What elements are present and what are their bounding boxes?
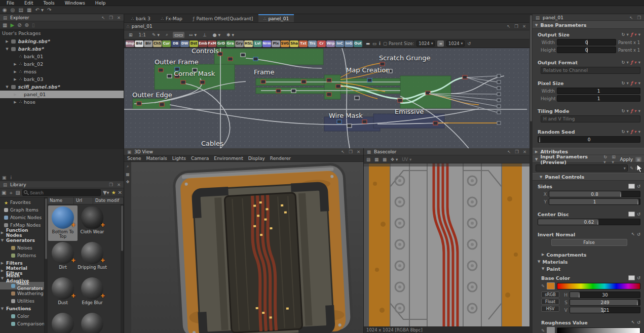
new-folder-icon[interactable]: ▣ bbox=[2, 189, 6, 196]
preview-param-combo[interactable]: ▾ bbox=[536, 164, 628, 172]
star-icon[interactable]: ★ bbox=[111, 189, 116, 196]
function-icon[interactable]: ƒ ▾ bbox=[631, 60, 636, 65]
column-header-url[interactable]: Url bbox=[74, 197, 93, 204]
node-chip-lvl[interactable]: Lvl bbox=[253, 40, 262, 47]
close-icon[interactable]: ✕ bbox=[116, 182, 122, 187]
tab-bark-3[interactable]: ∴bark 3 bbox=[126, 14, 156, 22]
float-icon[interactable]: ❐ bbox=[348, 149, 354, 154]
expand-arrow-icon[interactable]: ▼ bbox=[1, 276, 4, 280]
expand-arrow-icon[interactable]: ▶ bbox=[5, 39, 9, 44]
float-icon[interactable]: ❐ bbox=[514, 149, 520, 154]
tree-item-moss[interactable]: ▶∴moss bbox=[0, 68, 124, 75]
library-category-function-nodes[interactable]: ▶Function Nodes bbox=[0, 229, 44, 236]
tree-item-bark-01[interactable]: ∴bark_01 bbox=[0, 53, 124, 60]
tree-item-bark-03[interactable]: ▶∴bark_03 bbox=[0, 75, 124, 83]
expand-arrow-icon[interactable]: ▶ bbox=[13, 93, 17, 97]
filter-icon[interactable]: ▼▾ bbox=[103, 189, 109, 196]
info-pin-icon[interactable]: i bbox=[379, 41, 381, 46]
uv-toggle[interactable]: UV ▾ bbox=[402, 157, 411, 162]
node-chip-gra[interactable]: Gra bbox=[226, 40, 235, 47]
section-input-parameters[interactable]: ▼Input Parameters (Preview) ↻ ▾ ⊞ ▾ Appl… bbox=[533, 155, 644, 163]
section-base-parameters[interactable]: ▼Base Parameters bbox=[533, 21, 644, 29]
output-height-slider[interactable]: 0 bbox=[557, 47, 616, 53]
library-item-cloth-wear[interactable]: ✚Cloth Wear bbox=[78, 205, 107, 241]
tree-item-panel-01[interactable]: ▶∴panel_01 bbox=[0, 91, 124, 98]
node-chip-cur[interactable]: Cur bbox=[162, 40, 171, 47]
node-chip-hsl[interactable]: HSL bbox=[244, 40, 253, 47]
node-chip-blr[interactable]: Blr bbox=[144, 40, 153, 47]
hue-gradient-bar[interactable] bbox=[557, 283, 640, 289]
link-mode-icon[interactable]: ▭▭ bbox=[173, 32, 184, 38]
node-chip-svg[interactable]: SVG bbox=[281, 40, 289, 47]
parent-size-width[interactable]: 1024▾ bbox=[416, 40, 435, 47]
comment-icon[interactable]: ▬ bbox=[366, 41, 370, 46]
folder-button[interactable]: ▣ bbox=[635, 157, 641, 162]
tab-pattern-offset-quadrant-[interactable]: ƒPattern Offset[Quadrant] bbox=[188, 14, 258, 22]
pen-icon[interactable]: ✎ ▾ bbox=[150, 32, 161, 38]
expand-arrow-icon[interactable]: ▶ bbox=[13, 77, 17, 81]
library-category-functions[interactable]: ▼Functions bbox=[0, 305, 44, 312]
column-header-date-modif[interactable]: Date modif bbox=[93, 197, 124, 204]
favorite-plus-badge[interactable]: ✚ bbox=[71, 293, 75, 299]
node-chip-db[interactable]: DB bbox=[171, 40, 180, 47]
random-seed-slider[interactable]: 0 bbox=[538, 136, 640, 143]
expand-arrow-icon[interactable]: ▶ bbox=[1, 261, 4, 265]
close-icon[interactable]: ✕ bbox=[521, 24, 527, 29]
app-icon[interactable]: ◉ bbox=[3, 7, 7, 14]
pick-icon[interactable]: ↖ bbox=[631, 320, 635, 325]
favorite-plus-badge[interactable]: ✚ bbox=[101, 222, 105, 228]
edit-icon[interactable]: ▨ bbox=[15, 189, 20, 196]
key-icon[interactable]: ✎ bbox=[630, 165, 633, 171]
view3d-menu-materials[interactable]: Materials bbox=[146, 156, 167, 161]
move-icon[interactable]: ✥ bbox=[126, 180, 130, 184]
close-icon[interactable]: ✕ bbox=[522, 149, 527, 154]
base-color-reset-swatch[interactable] bbox=[628, 275, 635, 280]
hue-slider[interactable]: 30 bbox=[570, 292, 640, 298]
function-icon[interactable]: ƒ ▾ bbox=[631, 108, 636, 113]
reset-icon[interactable]: ↺ bbox=[637, 184, 640, 189]
apply-button[interactable]: Apply bbox=[620, 157, 633, 162]
inherit-icon[interactable]: ↻ ▾ bbox=[621, 32, 628, 37]
preset-arrow-icon[interactable]: ▾ bbox=[638, 32, 640, 37]
srgb-mode-button[interactable]: sRGB bbox=[541, 292, 559, 298]
expand-arrow-icon[interactable]: ▼ bbox=[1, 307, 4, 311]
drop-icon[interactable]: ● ▾ bbox=[211, 32, 222, 38]
library-category-utilities[interactable]: Utilities bbox=[0, 297, 44, 305]
grayscale-gradient-bar[interactable]: ▲ bbox=[557, 327, 640, 333]
roughness-swatch[interactable] bbox=[547, 327, 555, 333]
tiling-mode-dropdown[interactable]: H and V Tiling bbox=[541, 115, 640, 122]
list-icon[interactable]: ⊞ ▾ bbox=[612, 154, 617, 164]
parent-size-height[interactable]: 1024▾ bbox=[446, 40, 465, 47]
node-chip-plx[interactable]: Plx bbox=[272, 40, 280, 47]
transform-icon[interactable]: ✥ ▾ bbox=[391, 157, 398, 162]
pick-icon[interactable]: ↖ bbox=[628, 15, 634, 20]
base-color-swatch[interactable] bbox=[547, 282, 555, 289]
reset-icon[interactable]: ↺ bbox=[637, 212, 640, 217]
menu-edit[interactable]: Edit bbox=[20, 1, 37, 6]
reset-icon[interactable]: ↺ bbox=[637, 275, 640, 280]
library-grid-scrollbar[interactable] bbox=[121, 204, 124, 333]
column-header-name[interactable]: Name bbox=[48, 197, 74, 204]
node-chip-gry[interactable]: Gry bbox=[235, 40, 244, 47]
close-icon[interactable]: ✕ bbox=[356, 149, 361, 154]
node-chip-cr[interactable]: Cr bbox=[317, 40, 326, 47]
library-item-bottom-to-top[interactable]: ✚Bottom To Top bbox=[48, 205, 78, 241]
library-item-edge-blur[interactable]: ✚Edge Blur bbox=[78, 276, 107, 312]
preset-arrow-icon[interactable]: ▾ bbox=[638, 129, 640, 134]
library-category-color[interactable]: Color bbox=[0, 312, 44, 320]
node-chip-sha[interactable]: Sha bbox=[290, 40, 298, 47]
node-chip-emb[interactable]: Emb bbox=[199, 40, 207, 47]
save-icon[interactable]: ▦ bbox=[3, 22, 7, 29]
link-icon[interactable]: ◎ bbox=[11, 7, 15, 14]
library-item[interactable] bbox=[78, 312, 107, 333]
library-item-dripping-rust[interactable]: ✚Dripping Rust bbox=[78, 241, 107, 276]
node-chip-trs[interactable]: Trs bbox=[308, 40, 317, 47]
tree-item-bark-02[interactable]: ▶∴bark_02 bbox=[0, 60, 124, 68]
function-icon[interactable]: ƒ ▾ bbox=[631, 32, 636, 37]
menu-help[interactable]: Help bbox=[91, 1, 110, 6]
background-icon[interactable]: ▨ bbox=[366, 157, 370, 162]
node-chip-chs[interactable]: ChS bbox=[153, 40, 162, 47]
view3d-menu-renderer[interactable]: Renderer bbox=[270, 156, 291, 161]
view3d-menu-scene[interactable]: Scene bbox=[127, 156, 141, 161]
pixel-width-field[interactable]: 1 bbox=[557, 88, 640, 94]
